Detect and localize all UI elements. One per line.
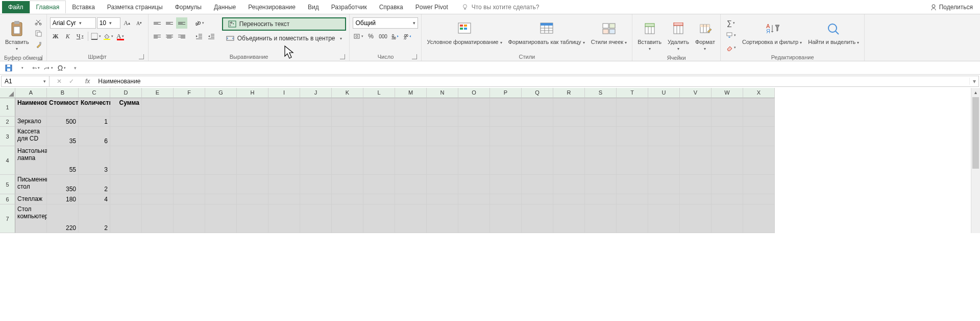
cell[interactable] [268, 127, 300, 146]
bold-button[interactable]: Ж [50, 31, 61, 42]
cell[interactable] [585, 117, 617, 127]
align-top-button[interactable] [152, 17, 163, 29]
cell[interactable] [395, 98, 427, 117]
cell[interactable]: 1 [79, 117, 110, 127]
cell[interactable]: 350 [47, 175, 79, 194]
cell[interactable] [553, 98, 585, 117]
column-header[interactable]: M [395, 88, 427, 98]
cell[interactable] [522, 194, 553, 204]
cell[interactable] [300, 98, 332, 117]
cell[interactable]: 3 [79, 146, 110, 175]
cell[interactable] [332, 146, 363, 175]
find-select-button[interactable]: Найти и выделить ▾ [806, 17, 861, 48]
cell[interactable] [458, 194, 490, 204]
cell[interactable] [743, 146, 775, 175]
cell[interactable] [427, 194, 458, 204]
cell[interactable] [142, 146, 174, 175]
alignment-dialog-launcher[interactable] [340, 54, 345, 59]
cell[interactable] [395, 204, 427, 233]
cell[interactable] [205, 127, 237, 146]
qat-save-dropdown[interactable] [17, 62, 27, 74]
tab-developer[interactable]: Разработчик [325, 1, 373, 13]
cell[interactable] [743, 98, 775, 117]
delete-cells-button[interactable]: Удалить▾ [666, 17, 691, 54]
cell[interactable] [712, 127, 743, 146]
cell[interactable] [680, 146, 712, 175]
cell[interactable] [300, 146, 332, 175]
align-right-button[interactable] [176, 31, 187, 42]
cell[interactable] [332, 117, 363, 127]
cell[interactable] [585, 146, 617, 175]
format-painter-button[interactable] [33, 40, 43, 49]
align-center-button[interactable] [164, 31, 175, 42]
cell[interactable] [712, 146, 743, 175]
row-header[interactable]: 4 [0, 146, 15, 175]
cell[interactable] [553, 175, 585, 194]
cell[interactable] [237, 204, 268, 233]
cell[interactable] [743, 175, 775, 194]
cell[interactable] [300, 204, 332, 233]
cell[interactable] [174, 127, 205, 146]
cell[interactable] [648, 204, 680, 233]
column-header[interactable]: V [680, 88, 712, 98]
cell[interactable] [174, 98, 205, 117]
cell[interactable] [300, 117, 332, 127]
scroll-thumb[interactable] [972, 97, 979, 169]
cell[interactable] [363, 146, 395, 175]
column-header[interactable]: O [458, 88, 490, 98]
cell[interactable] [648, 127, 680, 146]
cell[interactable] [332, 194, 363, 204]
column-header[interactable]: E [142, 88, 174, 98]
cell[interactable] [395, 194, 427, 204]
cell[interactable] [648, 175, 680, 194]
cell[interactable] [363, 98, 395, 117]
percent-button[interactable]: % [365, 31, 376, 42]
row-header[interactable]: 1 [0, 98, 15, 117]
cell[interactable] [395, 127, 427, 146]
font-color-button[interactable]: A [115, 31, 126, 42]
cell[interactable] [458, 146, 490, 175]
cell[interactable] [110, 146, 142, 175]
name-box[interactable]: A1▾ [2, 76, 50, 86]
cell[interactable]: Кассета для CD [15, 127, 47, 146]
autosum-button[interactable]: ∑ [724, 17, 738, 29]
cell[interactable] [585, 98, 617, 117]
cell[interactable] [110, 117, 142, 127]
cell[interactable] [174, 146, 205, 175]
cell[interactable]: 35 [47, 127, 79, 146]
cell[interactable]: Наименование [15, 98, 47, 117]
cell[interactable] [142, 175, 174, 194]
cell[interactable] [427, 117, 458, 127]
column-header[interactable]: I [268, 88, 300, 98]
cell[interactable] [268, 117, 300, 127]
tab-home[interactable]: Главная [30, 1, 66, 13]
tab-formulas[interactable]: Формулы [169, 1, 208, 13]
cell[interactable] [743, 117, 775, 127]
cell[interactable] [553, 146, 585, 175]
cell[interactable] [427, 98, 458, 117]
cell[interactable] [553, 127, 585, 146]
font-name-combo[interactable]: Arial Cyr▾ [50, 17, 96, 29]
number-format-combo[interactable]: Общий▾ [353, 17, 418, 29]
cell[interactable] [585, 194, 617, 204]
increase-indent-button[interactable] [206, 31, 217, 42]
cell[interactable] [490, 175, 522, 194]
cell[interactable] [712, 175, 743, 194]
cut-button[interactable] [33, 17, 43, 27]
cell[interactable] [110, 127, 142, 146]
cell[interactable] [268, 194, 300, 204]
column-header[interactable]: P [490, 88, 522, 98]
cell[interactable] [743, 194, 775, 204]
cell[interactable]: 220 [47, 204, 79, 233]
cell[interactable] [522, 204, 553, 233]
cell[interactable] [363, 194, 395, 204]
column-header[interactable]: B [47, 88, 79, 98]
cell[interactable] [648, 194, 680, 204]
cell[interactable] [142, 98, 174, 117]
column-header[interactable]: T [617, 88, 648, 98]
cell[interactable] [395, 146, 427, 175]
cell[interactable]: 2 [79, 175, 110, 194]
italic-button[interactable]: К [62, 31, 74, 42]
font-size-combo[interactable]: 10▾ [97, 17, 120, 29]
column-header[interactable]: J [300, 88, 332, 98]
